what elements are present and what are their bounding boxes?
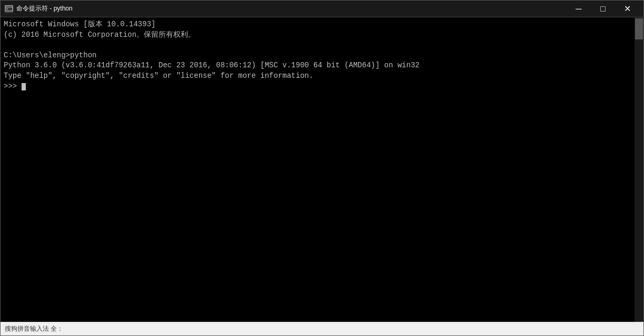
console-line-5: Python 3.6.0 (v3.6.0:41df79263a11, Dec 2… (4, 61, 420, 69)
console-line-1: Microsoft Windows [版本 10.0.14393] (4, 20, 155, 28)
status-bar: 搜狗拼音输入法 全： (1, 322, 643, 335)
close-button[interactable]: ✕ (615, 1, 639, 17)
window-icon (5, 5, 13, 13)
minimize-button[interactable]: ─ (567, 1, 591, 17)
maximize-button[interactable]: □ (591, 1, 615, 17)
console-output[interactable]: Microsoft Windows [版本 10.0.14393] (c) 20… (1, 17, 635, 322)
console-line-4: C:\Users\eleng>python (4, 51, 96, 59)
console-line-6: Type "help", "copyright", "credits" or "… (4, 72, 313, 80)
window-title: 命令提示符 - python (16, 4, 567, 13)
svg-rect-2 (6, 8, 8, 9)
ime-status: 搜狗拼音输入法 全： (5, 324, 63, 333)
cursor (22, 83, 26, 90)
console-line-2: (c) 2016 Microsoft Corporation。保留所有权利。 (4, 30, 195, 39)
window-controls: ─ □ ✕ (567, 1, 639, 17)
title-bar: 命令提示符 - python ─ □ ✕ (1, 1, 643, 17)
console-prompt: >>> (4, 82, 22, 90)
scrollbar-thumb[interactable] (635, 18, 643, 39)
scrollbar[interactable] (635, 17, 643, 322)
cmd-window: 命令提示符 - python ─ □ ✕ Microsoft Windows [… (0, 0, 644, 336)
console-area[interactable]: Microsoft Windows [版本 10.0.14393] (c) 20… (1, 17, 643, 322)
